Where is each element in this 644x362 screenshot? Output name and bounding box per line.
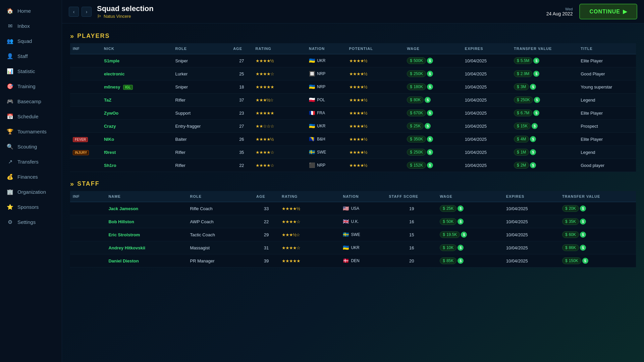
table-row: Andrey Hitkovskii Massagist 31 ★★★★☆ 🇺🇦U… [70,241,636,254]
age-cell: 35 [230,146,253,159]
nick-cell[interactable]: S1mple [101,54,173,67]
nick-cell[interactable]: m0nesy IGL [101,80,173,94]
nick-cell[interactable]: f0rest [101,146,173,159]
wage-expand-icon[interactable]: $ [427,162,433,168]
date-day: Wed [546,7,573,11]
wage-expand-icon[interactable]: $ [458,219,464,225]
transfer-expand-icon[interactable]: $ [533,71,539,77]
staff-name[interactable]: Daniel Dieston [108,258,139,263]
sidebar-item-statistic[interactable]: 📊Statistic [0,64,62,79]
nick-cell[interactable]: ZywOo [101,107,173,120]
col-header-nick: NICK [101,43,173,54]
wage-expand-icon[interactable]: $ [458,205,464,212]
transfers-icon: ↗ [7,159,13,165]
sidebar-item-training[interactable]: 🎯Training [0,79,62,94]
settings-icon: ⚙ [7,219,13,225]
age-cell: 23 [230,107,253,120]
expires-cell: 10/04/2025 [462,67,511,80]
role-cell: Sniper [173,54,231,67]
transfer-expand-icon[interactable]: $ [530,162,536,168]
wage-expand-icon[interactable]: $ [427,71,433,77]
staff-name-cell[interactable]: Andrey Hitkovskii [106,241,187,254]
nav-back-button[interactable]: ‹ [69,7,79,17]
col-header-inf: INF [70,43,101,54]
wage-expand-icon[interactable]: $ [427,110,433,116]
training-icon: 🎯 [7,83,13,89]
sidebar-item-schedule[interactable]: 📅Schedule [0,109,62,124]
nick-cell[interactable]: NIKo [101,133,173,146]
sidebar-item-sponsors[interactable]: ⭐Sponsors [0,199,62,215]
wage-expand-icon[interactable]: $ [427,84,433,90]
player-name[interactable]: S1mple [104,58,119,63]
staff-name-cell[interactable]: Eric Strolstrom [106,228,187,241]
nick-cell[interactable]: Crazy [101,120,173,133]
sidebar-item-scouting[interactable]: 🔍Scouting [0,139,62,154]
player-name[interactable]: m0nesy [104,84,120,89]
nav-forward-button[interactable]: › [82,7,92,17]
staff-name[interactable]: Eric Strolstrom [108,232,140,237]
transfer-expand-icon[interactable]: $ [582,258,588,264]
wage-expand-icon[interactable]: $ [427,149,433,155]
staff-name[interactable]: Jack Jameson [108,206,138,211]
sidebar-item-basecamp[interactable]: 🎮Basecamp [0,94,62,109]
transfer-expand-icon[interactable]: $ [580,219,586,225]
sidebar-item-finances[interactable]: 💰Finances [0,169,62,184]
nick-cell[interactable]: electronic [101,67,173,80]
sidebar-item-staff[interactable]: 👤Staff [0,49,62,64]
sidebar-item-inbox[interactable]: ✉Inbox [0,18,62,34]
transfer-expand-icon[interactable]: $ [530,149,536,155]
player-name[interactable]: TaZ [104,98,111,103]
transfer-expand-icon[interactable]: $ [530,84,536,90]
player-name[interactable]: NIKo [104,137,114,142]
topbar: ‹ › Squad selection 🏳 Natus Vincere Wed … [62,0,644,23]
staff-expires-cell: 10/04/2025 [503,254,559,267]
transfer-expand-icon[interactable]: $ [533,110,539,116]
wage-expand-icon[interactable]: $ [461,232,467,238]
transfer-expand-icon[interactable]: $ [580,245,586,251]
staff-name-cell[interactable]: Bob Hillston [106,215,187,228]
table-row: m0nesy IGL Sniper 18 ★★★★★ 🇺🇦NRP ★★★★½ $… [70,80,636,94]
wage-expand-icon[interactable]: $ [458,245,464,251]
staff-name[interactable]: Bob Hillston [108,219,134,224]
finances-icon: 💰 [7,174,13,180]
player-name[interactable]: Sh1ro [104,163,116,168]
transfer-expand-icon[interactable]: $ [580,205,586,212]
potential-cell: ★★★★½ [346,54,405,67]
player-name[interactable]: Crazy [104,124,116,129]
wage-expand-icon[interactable]: $ [458,258,464,264]
transfer-expand-icon[interactable]: $ [580,232,586,238]
staff-name-cell[interactable]: Jack Jameson [106,202,187,215]
staff-name-cell[interactable]: Daniel Dieston [106,254,187,267]
staff-rating-cell: ★★★★½ [279,202,340,215]
tournaments-icon: 🏆 [7,128,13,135]
nick-cell[interactable]: TaZ [101,94,173,107]
sidebar-item-settings[interactable]: ⚙Settings [0,215,62,230]
sidebar-item-home[interactable]: 🏠Home [0,3,62,18]
transfer-expand-icon[interactable]: $ [534,97,540,103]
transfer-expand-icon[interactable]: $ [530,136,536,142]
sidebar-item-transfers[interactable]: ↗Transfers [0,154,62,169]
player-name[interactable]: electronic [104,71,124,76]
staff-score-cell: 19 [386,202,437,215]
sidebar-item-tournaments[interactable]: 🏆Tournaments [0,124,62,139]
sidebar-item-organization[interactable]: 🏢Organization [0,184,62,199]
age-cell: 37 [230,94,253,107]
expires-cell: 10/04/2025 [462,133,511,146]
content-area: » PLAYERS INF NICK ROLE AGE RATING NATIO… [62,23,644,362]
wage-expand-icon[interactable]: $ [427,58,433,64]
wage-expand-icon[interactable]: $ [425,123,431,129]
inf-cell: FEVER [70,133,101,146]
player-name[interactable]: ZywOo [104,111,118,116]
nick-cell[interactable]: Sh1ro [101,159,173,172]
staff-table-body: Jack Jameson Rifle Coach 33 ★★★★½ 🇺🇸USA … [70,202,636,267]
wage-expand-icon[interactable]: $ [425,97,431,103]
transfer-expand-icon[interactable]: $ [532,123,538,129]
continue-button[interactable]: CONTINUE ▶ [579,4,637,19]
staff-name[interactable]: Andrey Hitkovskii [108,245,145,250]
transfer-expand-icon[interactable]: $ [533,58,539,64]
nation-cell: 🇸🇪SWE [306,146,346,159]
role-cell: Rifler [173,159,231,172]
sidebar-item-squad[interactable]: 👥Squad [0,34,62,49]
wage-expand-icon[interactable]: $ [427,136,433,142]
player-name[interactable]: f0rest [104,150,116,155]
